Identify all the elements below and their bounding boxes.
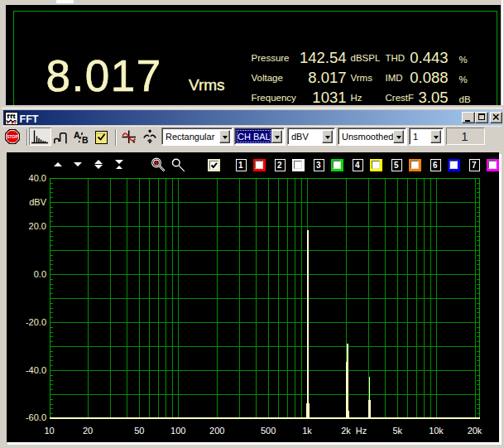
svg-text:STOP: STOP	[7, 134, 18, 139]
svg-text:A: A	[74, 130, 80, 140]
svg-text:fft: fft	[7, 113, 16, 120]
svg-text:B: B	[82, 135, 89, 144]
